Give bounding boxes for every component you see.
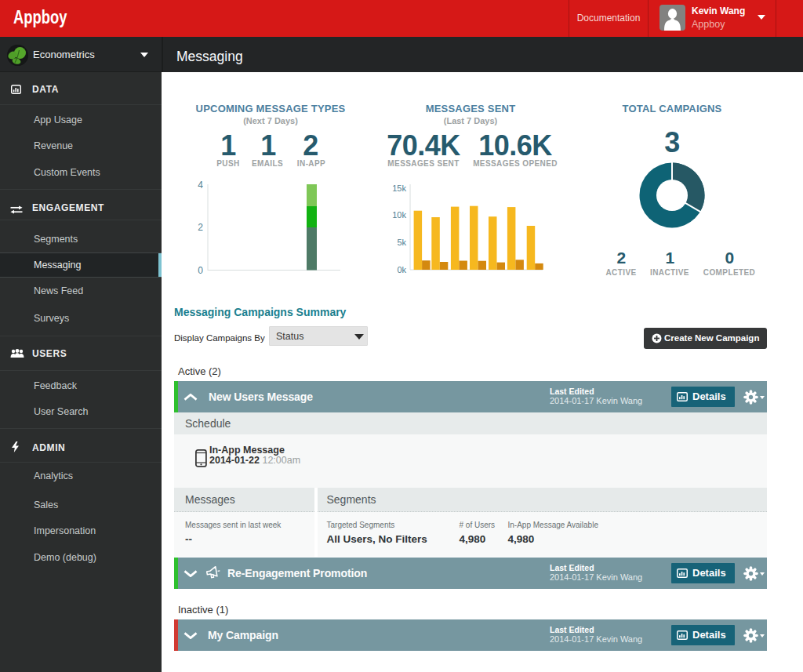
svg-text:15k: 15k — [392, 183, 406, 193]
svg-text:4: 4 — [198, 180, 203, 191]
svg-text:0: 0 — [198, 265, 203, 274]
svg-text:10k: 10k — [392, 210, 406, 220]
svg-text:0k: 0k — [397, 265, 406, 274]
svg-text:2: 2 — [198, 222, 203, 233]
svg-text:5k: 5k — [397, 238, 406, 247]
